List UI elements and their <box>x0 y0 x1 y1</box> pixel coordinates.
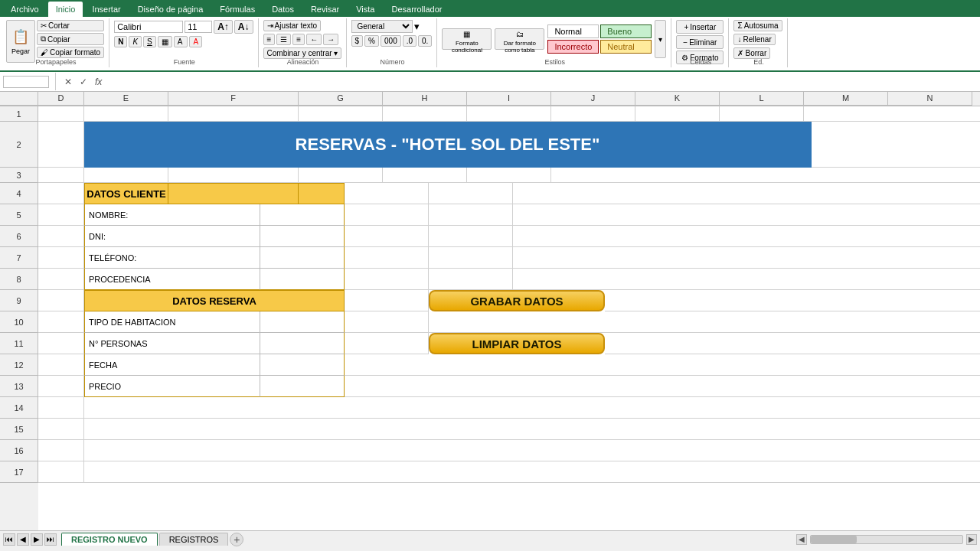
cell-h4[interactable] <box>345 183 429 204</box>
row-header-5[interactable]: 5 <box>0 204 38 226</box>
fecha-value-cell[interactable] <box>260 354 345 376</box>
cell-rest-3[interactable] <box>551 168 980 183</box>
cell-d8[interactable] <box>38 269 84 290</box>
decimal-decrease-button[interactable]: 0. <box>418 35 432 47</box>
cell-k1[interactable] <box>635 106 720 122</box>
col-header-g[interactable]: G <box>299 92 383 106</box>
tab-scroll-prev[interactable]: ◀ <box>17 533 29 546</box>
increase-font-button[interactable]: A↑ <box>214 20 233 34</box>
cell-rest-9[interactable] <box>605 290 980 311</box>
tab-scroll-next[interactable]: ▶ <box>31 533 43 546</box>
cell-d3[interactable] <box>38 168 84 183</box>
col-header-d[interactable]: D <box>38 92 84 106</box>
clear-button[interactable]: ✗ Borrar <box>733 47 770 59</box>
row-header-7[interactable]: 7 <box>0 247 38 269</box>
tipo-hab-value-cell[interactable] <box>260 311 345 333</box>
row-header-4[interactable]: 4 <box>0 183 38 204</box>
cell-i4[interactable] <box>429 183 513 204</box>
fill-color-button[interactable]: A <box>174 36 188 47</box>
cell-i3[interactable] <box>467 168 551 183</box>
cell-rest-17[interactable] <box>84 461 980 483</box>
datos-cliente-header[interactable]: DATOS CLIENTE <box>84 183 168 204</box>
cell-d5[interactable] <box>38 204 84 226</box>
style-neutral-button[interactable]: Neutral <box>600 40 652 54</box>
cell-rest-12[interactable] <box>345 354 980 376</box>
row-header-16[interactable]: 16 <box>0 440 38 461</box>
styles-more-button[interactable]: ▾ <box>655 20 666 58</box>
cell-j1[interactable] <box>551 106 635 122</box>
col-header-l[interactable]: L <box>720 92 804 106</box>
tab-datos[interactable]: Datos <box>264 2 302 17</box>
cell-h10[interactable] <box>345 311 429 333</box>
nombre-label-cell[interactable]: NOMBRE: <box>84 204 260 226</box>
decimal-increase-button[interactable]: .0 <box>403 35 416 47</box>
tab-inicio[interactable]: Inicio <box>48 2 83 17</box>
format-table-button[interactable]: 🗂 Dar formato como tabla <box>495 28 544 50</box>
cell-rest-1[interactable] <box>804 106 980 122</box>
title-cell[interactable]: RESERVAS - "HOTEL SOL DEL ESTE" <box>84 122 812 168</box>
cell-e1[interactable] <box>84 106 168 122</box>
precio-value-cell[interactable] <box>260 376 345 397</box>
wrap-text-button[interactable]: ⇥ Ajustar texto <box>263 20 322 31</box>
row-header-11[interactable]: 11 <box>0 333 38 354</box>
col-header-m[interactable]: M <box>804 92 888 106</box>
cell-rest-8[interactable] <box>513 269 980 290</box>
row-header-6[interactable]: 6 <box>0 226 38 247</box>
cell-g3[interactable] <box>299 168 383 183</box>
cell-rest-7[interactable] <box>513 247 980 269</box>
col-header-f[interactable]: F <box>168 92 299 106</box>
cell-d1[interactable] <box>38 106 84 122</box>
cut-button[interactable]: ✂ Cortar <box>37 20 104 31</box>
merge-center-button[interactable]: Combinar y centrar ▾ <box>263 47 341 59</box>
row-header-8[interactable]: 8 <box>0 269 38 290</box>
delete-button[interactable]: − Eliminar <box>676 35 724 49</box>
dni-label-cell[interactable]: DNI: <box>84 226 260 247</box>
bold-button[interactable]: N <box>114 36 127 47</box>
paste-button[interactable]: 📋 Pegar <box>6 20 35 63</box>
cell-d4[interactable] <box>38 183 84 204</box>
cell-d10[interactable] <box>38 311 84 333</box>
cell-d15[interactable] <box>38 419 84 440</box>
cell-rest-10[interactable] <box>429 311 980 333</box>
row-header-9[interactable]: 9 <box>0 290 38 311</box>
cell-h6[interactable] <box>345 226 429 247</box>
tipo-hab-label-cell[interactable]: TIPO DE HABITACION <box>84 311 260 333</box>
name-box[interactable] <box>3 76 49 88</box>
row-header-14[interactable]: 14 <box>0 397 38 419</box>
cell-h1[interactable] <box>383 106 467 122</box>
number-format-select[interactable]: General <box>351 20 413 33</box>
grabar-datos-button[interactable]: GRABAR DATOS <box>429 290 605 311</box>
tab-registro-nuevo[interactable]: REGISTRO NUEVO <box>61 533 158 546</box>
decrease-font-button[interactable]: A↓ <box>234 20 253 34</box>
cell-i6[interactable] <box>429 226 513 247</box>
procedencia-label-cell[interactable]: PROCEDENCIA <box>84 269 260 290</box>
confirm-formula-button[interactable]: ✓ <box>77 77 90 87</box>
font-size-input[interactable] <box>185 21 212 33</box>
cell-d17[interactable] <box>38 461 84 483</box>
row-header-17[interactable]: 17 <box>0 461 38 483</box>
italic-button[interactable]: K <box>129 36 142 47</box>
cell-rest-4[interactable] <box>513 183 980 204</box>
n-personas-label-cell[interactable]: N° PERSONAS <box>84 333 260 354</box>
cell-d6[interactable] <box>38 226 84 247</box>
telefono-value-cell[interactable] <box>260 247 345 269</box>
row-header-2[interactable]: 2 <box>0 122 38 168</box>
tab-registros[interactable]: REGISTROS <box>159 533 229 546</box>
col-header-n[interactable]: N <box>888 92 972 106</box>
dni-value-cell[interactable] <box>260 226 345 247</box>
percent-button[interactable]: % <box>364 35 379 47</box>
cell-d16[interactable] <box>38 440 84 461</box>
cell-i7[interactable] <box>429 247 513 269</box>
cell-rest-6[interactable] <box>513 226 980 247</box>
cell-d12[interactable] <box>38 354 84 376</box>
indent-increase-button[interactable]: → <box>323 34 338 45</box>
cell-g1[interactable] <box>299 106 383 122</box>
align-left-button[interactable]: ≡ <box>263 34 276 45</box>
cell-rest-5[interactable] <box>513 204 980 226</box>
cell-rest-11[interactable] <box>605 333 980 354</box>
hscroll-right[interactable]: ▶ <box>966 534 977 545</box>
datos-cliente-header-end[interactable] <box>299 183 345 204</box>
tab-vista[interactable]: Vista <box>348 2 382 17</box>
cell-e3[interactable] <box>84 168 168 183</box>
limpiar-datos-button[interactable]: LIMPIAR DATOS <box>429 333 605 354</box>
